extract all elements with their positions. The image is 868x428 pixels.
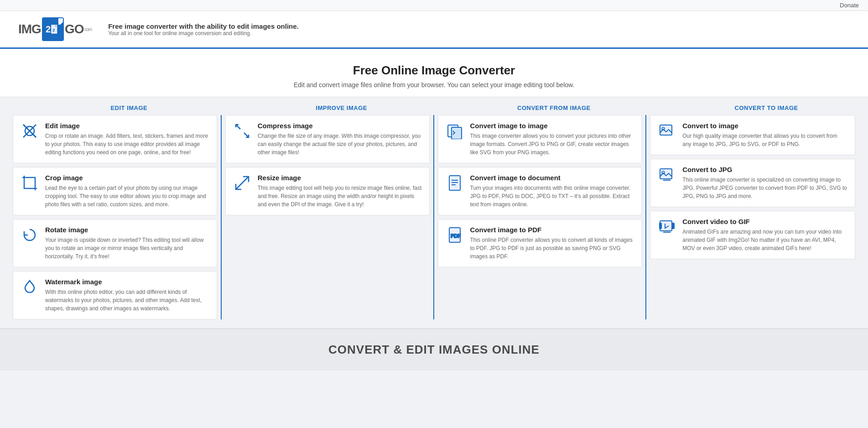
hero-subtitle: Edit and convert image files online from… <box>9 81 859 89</box>
card-to-image-title: Convert to image <box>682 122 847 130</box>
svg-line-10 <box>244 133 249 137</box>
col-header-improve: IMPROVE IMAGE <box>222 104 434 111</box>
img-to-img-icon <box>446 122 464 140</box>
logo-pre: IMG <box>18 22 41 37</box>
card-to-jpg-body: This online image converter is specializ… <box>682 176 847 200</box>
card-crop-title: Crop image <box>45 174 209 182</box>
resize-icon <box>233 174 251 192</box>
card-crop-image[interactable]: Crop image Lead the eye to a certain par… <box>13 167 217 215</box>
card-img-to-pdf-title: Convert image to PDF <box>470 226 634 234</box>
header: IMG 2 GO .com Free image converter with … <box>0 11 868 49</box>
crop-icon <box>21 174 39 192</box>
logo-post: GO <box>65 22 84 37</box>
card-edit-text: Edit image Crop or rotate an image. Add … <box>45 122 209 157</box>
card-img-to-doc-title: Convert image to document <box>470 174 634 182</box>
top-bar: Donate <box>0 0 868 11</box>
card-img-to-pdf-text: Convert image to PDF This online PDF con… <box>470 226 634 261</box>
svg-rect-22 <box>660 169 672 179</box>
col-header-to: CONVERT TO IMAGE <box>646 104 859 111</box>
img-to-doc-icon <box>446 174 464 192</box>
hero-title: Free Online Image Converter <box>9 63 859 78</box>
watermark-icon <box>21 278 39 296</box>
logo-area: IMG 2 GO .com Free image converter with … <box>18 17 299 41</box>
card-img-to-img-title: Convert image to image <box>470 122 634 130</box>
card-img-to-doc[interactable]: Convert image to document Turn your imag… <box>438 167 642 215</box>
hero-section: Free Online Image Converter Edit and con… <box>0 49 868 97</box>
card-compress-text: Compress image Change the file size of a… <box>258 122 422 157</box>
card-img-to-doc-body: Turn your images into documents with thi… <box>470 184 634 209</box>
header-tagline: Free image converter with the ability to… <box>108 22 299 37</box>
card-to-gif-text: Convert video to GIF Animated GIFs are a… <box>682 218 847 252</box>
card-to-gif[interactable]: Convert video to GIF Animated GIFs are a… <box>650 211 855 259</box>
footer-section: CONVERT & EDIT IMAGES ONLINE <box>0 329 868 371</box>
card-watermark-image[interactable]: Watermark image With this online photo e… <box>13 271 217 319</box>
col-convert-to: Convert to image Our high quality image … <box>646 115 859 319</box>
card-img-to-doc-text: Convert image to document Turn your imag… <box>470 174 634 209</box>
card-to-jpg-title: Convert to JPG <box>682 166 847 173</box>
card-to-gif-body: Animated GIFs are amazing and now you ca… <box>682 228 847 252</box>
col-convert-from: Convert image to image This image conver… <box>434 115 647 319</box>
card-watermark-text: Watermark image With this online photo e… <box>45 278 209 313</box>
img-to-pdf-icon: PDF <box>446 226 464 244</box>
card-rotate-title: Rotate image <box>45 226 209 234</box>
donate-link[interactable]: Donate <box>840 2 859 9</box>
columns-header: EDIT IMAGE IMPROVE IMAGE CONVERT FROM IM… <box>0 97 868 115</box>
col-edit: Edit image Crop or rotate an image. Add … <box>9 115 222 319</box>
card-to-image[interactable]: Convert to image Our high quality image … <box>650 115 855 155</box>
tagline-main: Free image converter with the ability to… <box>108 22 299 30</box>
card-img-to-img-body: This image converter allows you to conve… <box>470 132 634 157</box>
svg-rect-27 <box>672 223 674 229</box>
card-img-to-img-text: Convert image to image This image conver… <box>470 122 634 157</box>
logo[interactable]: IMG 2 GO .com <box>18 17 92 41</box>
card-rotate-text: Rotate image Your image is upside down o… <box>45 226 209 261</box>
footer-title: CONVERT & EDIT IMAGES ONLINE <box>9 343 859 357</box>
to-image-icon <box>658 122 676 140</box>
card-img-to-pdf-body: This online PDF converter allows you to … <box>470 236 634 261</box>
svg-text:PDF: PDF <box>451 233 461 239</box>
svg-rect-26 <box>660 223 661 229</box>
to-jpg-icon <box>658 166 676 184</box>
logo-num: 2 <box>42 17 64 41</box>
col-header-from: CONVERT FROM IMAGE <box>434 104 647 111</box>
svg-rect-20 <box>660 125 672 135</box>
card-img-to-img[interactable]: Convert image to image This image conver… <box>438 115 642 163</box>
logo-com: .com <box>83 27 92 32</box>
card-crop-text: Crop image Lead the eye to a certain par… <box>45 174 209 209</box>
card-watermark-title: Watermark image <box>45 278 209 286</box>
rotate-icon <box>21 226 39 244</box>
svg-line-11 <box>236 177 249 189</box>
card-watermark-body: With this online photo editor, you can a… <box>45 288 209 313</box>
card-resize-body: This image editing tool will help you to… <box>258 184 422 209</box>
svg-line-9 <box>236 125 240 129</box>
card-resize-text: Resize image This image editing tool wil… <box>258 174 422 209</box>
card-img-to-pdf[interactable]: PDF Convert image to PDF This online PDF… <box>438 219 642 267</box>
col-improve: Compress image Change the file size of a… <box>222 115 434 319</box>
card-to-image-body: Our high quality image converter that al… <box>682 132 847 148</box>
card-compress-body: Change the file size of any image. With … <box>258 132 422 157</box>
card-compress-title: Compress image <box>258 122 422 130</box>
card-edit-image[interactable]: Edit image Crop or rotate an image. Add … <box>13 115 217 163</box>
card-edit-body: Crop or rotate an image. Add filters, te… <box>45 132 209 157</box>
card-to-gif-title: Convert video to GIF <box>682 218 847 225</box>
tagline-sub: Your all in one tool for online image co… <box>108 30 299 37</box>
card-to-jpg[interactable]: Convert to JPG This online image convert… <box>650 159 855 207</box>
card-rotate-body: Your image is upside down or inverted? T… <box>45 236 209 261</box>
card-rotate-image[interactable]: Rotate image Your image is upside down o… <box>13 219 217 267</box>
card-crop-body: Lead the eye to a certain part of your p… <box>45 184 209 209</box>
svg-rect-13 <box>452 127 462 139</box>
card-to-jpg-text: Convert to JPG This online image convert… <box>682 166 847 200</box>
col-header-edit: EDIT IMAGE <box>9 104 222 111</box>
to-gif-icon <box>658 218 676 236</box>
main-grid: Edit image Crop or rotate an image. Add … <box>0 115 868 329</box>
card-compress-image[interactable]: Compress image Change the file size of a… <box>225 115 430 163</box>
card-resize-image[interactable]: Resize image This image editing tool wil… <box>225 167 430 215</box>
card-resize-title: Resize image <box>258 174 422 182</box>
compress-icon <box>233 122 251 140</box>
edit-icon <box>21 122 39 140</box>
card-to-image-text: Convert to image Our high quality image … <box>682 122 847 148</box>
card-edit-title: Edit image <box>45 122 209 130</box>
